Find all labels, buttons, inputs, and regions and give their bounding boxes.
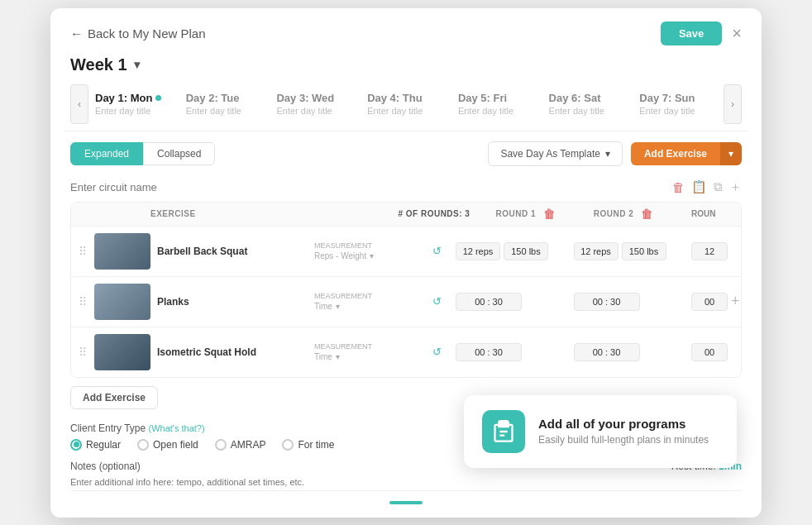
drag-handle-2[interactable]: ⠿ (71, 295, 94, 308)
day-item-3[interactable]: Day 3: Wed Enter day title (270, 88, 361, 119)
day-7-label: Day 7: Sun (639, 92, 717, 104)
round2-cell-1 (574, 242, 692, 260)
radio-dot-fortime (282, 439, 294, 451)
day-item-2[interactable]: Day 2: Tue Enter day title (179, 88, 270, 119)
th-round1: ROUND 1 🗑 (496, 208, 594, 221)
circuit-duplicate-icon[interactable]: ⧉ (714, 179, 723, 194)
measurement-cell-3: Measurement Time ▾ (314, 342, 432, 361)
day-2-subtitle: Enter day title (186, 106, 264, 116)
measurement-select-1[interactable]: Reps - Weight ▾ (314, 251, 432, 260)
toolbar-right: Save Day As Template ▾ Add Exercise ▾ (488, 141, 742, 166)
day-item-1[interactable]: Day 1: Mon Enter day title (88, 88, 179, 119)
round1-delete-icon[interactable]: 🗑 (539, 208, 559, 221)
measurement-select-2[interactable]: Time ▾ (314, 302, 432, 311)
add-exercise-main-button[interactable]: Add Exercise (631, 142, 720, 165)
round2-time-2[interactable] (574, 293, 640, 311)
round2-time-3[interactable] (574, 343, 640, 361)
back-label: Back to My New Plan (88, 26, 206, 41)
day-6-label: Day 6: Sat (549, 92, 627, 104)
day-4-label: Day 4: Thu (367, 92, 445, 104)
circuit-delete-icon[interactable]: 🗑 (672, 180, 685, 194)
exercise-row-1: ⠿ Barbell Back Squat Measurement Reps - … (71, 227, 741, 277)
radio-dot-amrap (215, 439, 227, 451)
save-button[interactable]: Save (661, 21, 722, 45)
refresh-icon-1[interactable]: ↺ (432, 245, 442, 257)
refresh-3: ↺ (432, 346, 456, 358)
exercise-thumb-3 (94, 334, 150, 370)
week-title: Week 1 ▾ (50, 52, 762, 84)
save-template-button[interactable]: Save Day As Template ▾ (488, 141, 623, 166)
round1-reps-1[interactable] (456, 242, 500, 260)
drag-handle-1[interactable]: ⠿ (71, 245, 94, 258)
round3-cell-2: + (691, 293, 741, 311)
radio-regular[interactable]: Regular (70, 439, 121, 451)
day-1-subtitle: Enter day title (95, 106, 173, 116)
day-item-6[interactable]: Day 6: Sat Enter day title (542, 88, 633, 119)
day-1-dot (155, 95, 161, 101)
measurement-dropdown-icon-2: ▾ (336, 302, 340, 311)
days-prev-button[interactable]: ‹ (70, 84, 88, 124)
round1-cell-2 (456, 293, 574, 311)
rounds-count: # OF ROUNDS: 3 (398, 209, 470, 218)
close-button[interactable]: × (732, 25, 742, 41)
radio-fortime[interactable]: For time (282, 439, 334, 451)
round2-weight-1[interactable] (622, 242, 666, 260)
radio-amrap[interactable]: AMRAP (215, 439, 266, 451)
round1-time-3[interactable] (456, 343, 522, 361)
add-exercise-dropdown-button[interactable]: ▾ (720, 142, 742, 165)
day-item-4[interactable]: Day 4: Thu Enter day title (361, 88, 451, 119)
refresh-icon-2[interactable]: ↺ (432, 295, 442, 308)
round1-cell-1 (456, 242, 574, 260)
days-next-button[interactable]: › (724, 84, 742, 124)
drag-handle-3[interactable]: ⠿ (71, 346, 94, 359)
refresh-1: ↺ (432, 245, 456, 257)
refresh-icon-3[interactable]: ↺ (432, 346, 442, 358)
measurement-select-3[interactable]: Time ▾ (314, 352, 432, 361)
back-link[interactable]: ← Back to My New Plan (70, 26, 206, 41)
template-label: Save Day As Template (500, 148, 600, 160)
notes-input-row (50, 472, 762, 501)
measurement-label-3: Measurement (314, 342, 432, 351)
tooltip-description: Easily build full-length plans in minute… (538, 434, 709, 446)
days-navigation: ‹ Day 1: Mon Enter day title Day 2: Tue … (64, 84, 748, 131)
day-item-7[interactable]: Day 7: Sun Enter day title (633, 88, 724, 119)
week-dropdown-icon[interactable]: ▾ (134, 58, 140, 71)
round3-val-3[interactable] (691, 343, 728, 361)
round3-val-2[interactable] (691, 293, 728, 311)
add-round-icon[interactable]: + (731, 293, 740, 310)
day-6-subtitle: Enter day title (549, 106, 627, 116)
day-item-5[interactable]: Day 5: Fri Enter day title (451, 88, 542, 119)
tooltip-title: Add all of your programs (538, 417, 709, 431)
refresh-2: ↺ (432, 295, 456, 308)
circuit-name-input[interactable] (70, 181, 672, 193)
measurement-cell-2: Measurement Time ▾ (314, 292, 432, 311)
round1-weight-1[interactable] (504, 242, 548, 260)
add-exercise-link-button[interactable]: Add Exercise (70, 386, 158, 409)
exercise-name-3: Isometric Squat Hold (157, 346, 314, 358)
round3-val-1[interactable] (691, 242, 728, 260)
exercise-name-2: Planks (157, 296, 314, 308)
back-arrow-icon: ← (70, 26, 83, 41)
exercise-row-2: ⠿ Planks Measurement Time ▾ ↺ (71, 277, 741, 327)
scroll-indicator-container (50, 501, 762, 518)
th-round2: ROUND 2 🗑 (594, 208, 691, 221)
isometric-thumbnail (94, 334, 150, 370)
round2-reps-1[interactable] (574, 242, 619, 260)
days-list: Day 1: Mon Enter day title Day 2: Tue En… (88, 88, 724, 119)
template-dropdown-icon: ▾ (605, 148, 610, 160)
circuit-add-icon[interactable]: ＋ (729, 179, 742, 195)
circuit-copy-icon[interactable]: 📋 (691, 179, 707, 194)
what-is-this-link[interactable]: (What's that?) (149, 423, 205, 433)
radio-label-openfield: Open field (153, 439, 198, 451)
round2-delete-icon[interactable]: 🗑 (637, 208, 657, 221)
collapsed-view-button[interactable]: Collapsed (143, 142, 215, 165)
radio-dot-regular (70, 439, 82, 451)
round1-time-2[interactable] (456, 293, 522, 311)
radio-openfield[interactable]: Open field (137, 439, 198, 451)
circuit-header: 🗑 📋 ⧉ ＋ (50, 176, 762, 202)
notes-input[interactable] (70, 477, 742, 491)
th-exercise: EXERCISE (150, 209, 281, 218)
measurement-dropdown-icon-3: ▾ (336, 352, 340, 361)
expanded-view-button[interactable]: Expanded (70, 142, 143, 165)
th-round3: ROUN (691, 209, 741, 218)
